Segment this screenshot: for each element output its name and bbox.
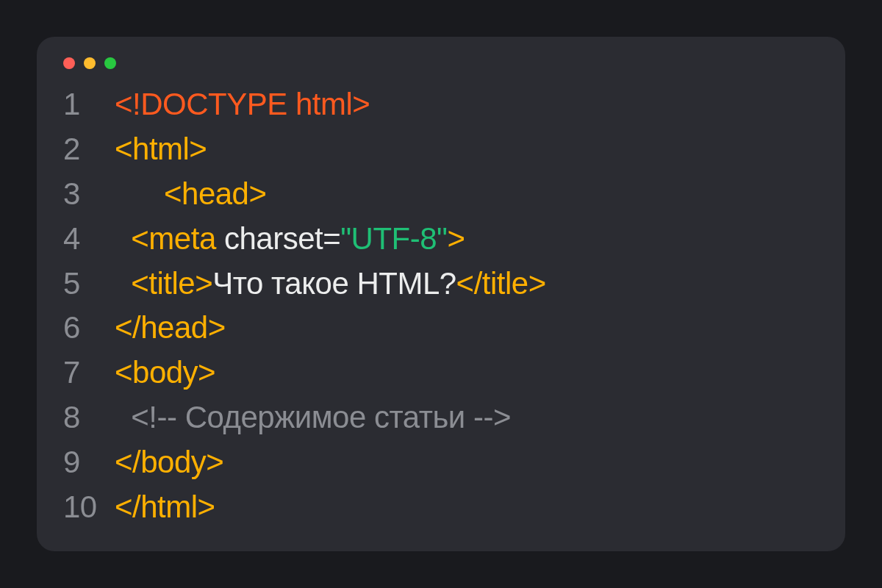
token-tag: <title> [131,266,212,301]
code-line[interactable]: 8 <!-- Содержимое статьи --> [63,395,819,440]
code-window: 1<!DOCTYPE html>2<html>3 <head>4 <meta c… [37,37,845,551]
indent [115,176,164,211]
line-number: 4 [63,217,115,262]
line-number: 9 [63,440,115,485]
code-content: <head> [115,172,819,217]
line-number: 6 [63,306,115,351]
code-line[interactable]: 4 <meta charset="UTF-8"> [63,217,819,262]
line-number: 5 [63,262,115,306]
code-line[interactable]: 6</head> [63,306,819,351]
code-content: </html> [115,485,819,530]
line-number: 8 [63,395,115,440]
indent [115,400,131,434]
window-titlebar [63,57,819,69]
token-text: Что такое HTML? [212,266,456,301]
token-string: "UTF-8" [340,221,447,256]
code-editor[interactable]: 1<!DOCTYPE html>2<html>3 <head>4 <meta c… [63,82,819,530]
token-tag: <meta [131,221,224,256]
code-line[interactable]: 5 <title>Что такое HTML?</title> [63,262,819,306]
code-line[interactable]: 7<body> [63,351,819,395]
line-number: 1 [63,82,115,127]
line-number: 2 [63,127,115,172]
code-content: <html> [115,127,819,172]
token-doctype: <!DOCTYPE html> [115,87,370,121]
token-tag: </head> [115,310,226,345]
token-tag: </body> [115,445,223,479]
code-line[interactable]: 1<!DOCTYPE html> [63,82,819,127]
token-tag: <head> [164,176,267,211]
minimize-icon[interactable] [84,57,96,69]
zoom-icon[interactable] [104,57,116,69]
code-content: <!-- Содержимое статьи --> [115,395,819,440]
code-content: </body> [115,440,819,485]
code-content: </head> [115,306,819,351]
code-line[interactable]: 9</body> [63,440,819,485]
token-tag: <body> [115,355,215,390]
code-line[interactable]: 10</html> [63,485,819,530]
code-line[interactable]: 3 <head> [63,172,819,217]
token-tag: <html> [115,132,207,166]
token-comment: <!-- Содержимое статьи --> [131,400,511,434]
code-content: <body> [115,351,819,395]
line-number: 10 [63,485,115,530]
token-attr: charset= [224,221,340,256]
close-icon[interactable] [63,57,75,69]
token-tag: </title> [456,266,546,301]
line-number: 3 [63,172,115,217]
code-content: <!DOCTYPE html> [115,82,819,127]
token-tag: </html> [115,490,215,524]
indent [115,221,131,256]
line-number: 7 [63,351,115,395]
token-tag: > [448,221,465,256]
code-content: <meta charset="UTF-8"> [115,217,819,262]
code-content: <title>Что такое HTML?</title> [115,262,819,306]
indent [115,266,131,301]
code-line[interactable]: 2<html> [63,127,819,172]
